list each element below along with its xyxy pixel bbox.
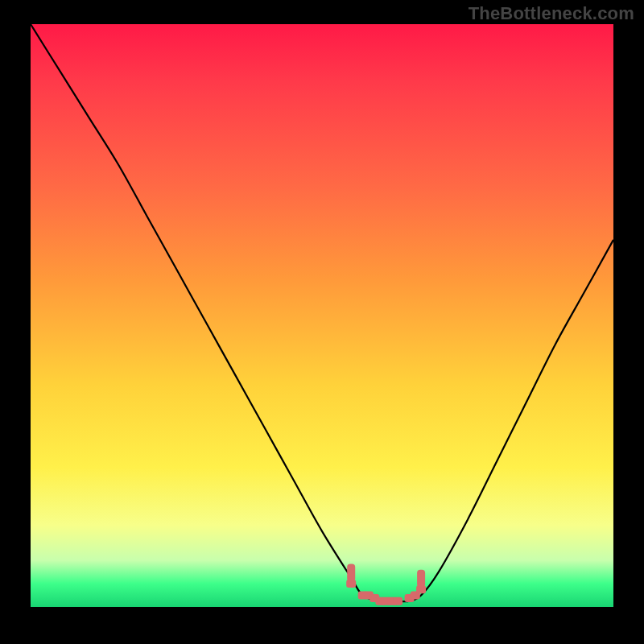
flat-region-endcap: [417, 570, 425, 588]
curve-svg: [31, 24, 613, 607]
bottleneck-curve: [31, 24, 613, 601]
flat-region-endcap: [347, 564, 355, 582]
plot-area: [31, 24, 613, 607]
flat-region-marker: [393, 597, 402, 605]
watermark: TheBottleneck.com: [469, 3, 634, 24]
flat-region-markers: [346, 564, 426, 605]
chart-frame: TheBottleneck.com: [0, 0, 644, 644]
